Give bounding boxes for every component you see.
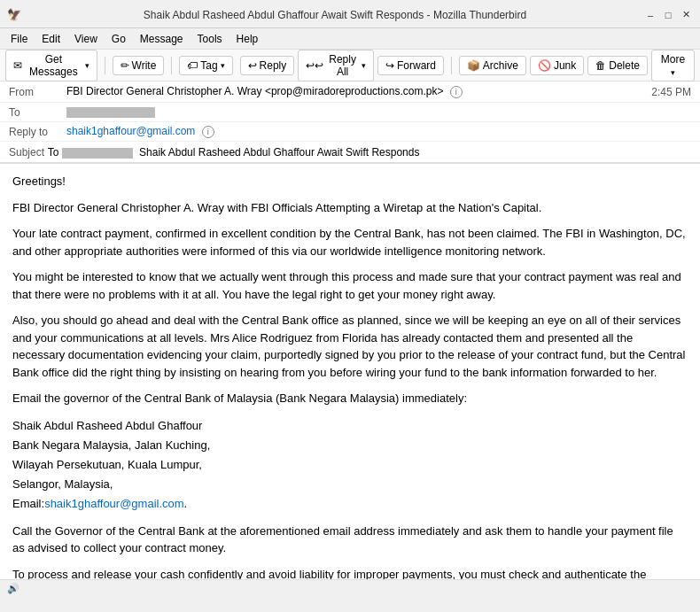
body-para4: Also, you should go ahead and deal with … xyxy=(12,312,688,381)
body-para6: Call the Governor of the Central Bank at… xyxy=(12,523,688,557)
reply-to-label: Reply to xyxy=(9,126,66,138)
from-info-icon[interactable]: i xyxy=(450,86,463,98)
address-block: Shaik Abdul Rasheed Abdul Ghaffour Bank … xyxy=(12,416,688,514)
reply-to-value: shaik1ghaffour@gmail.com i xyxy=(66,125,691,138)
menu-help[interactable]: Help xyxy=(229,31,266,47)
to-value xyxy=(66,106,691,119)
junk-label: Junk xyxy=(554,59,576,72)
reply-label: Reply xyxy=(260,59,287,72)
from-email: <prop@miradoreproductions.com.pk> xyxy=(265,85,444,97)
subject-label: Subject xyxy=(9,146,44,159)
more-dropdown-icon: ▾ xyxy=(671,68,675,77)
menu-go[interactable]: Go xyxy=(105,31,133,47)
subject-row: Subject To Shaik Abdul Rasheed Abdul Gha… xyxy=(0,142,700,163)
titlebar-icon: 🦅 xyxy=(7,8,21,21)
reply-to-email[interactable]: shaik1ghaffour@gmail.com xyxy=(66,125,195,137)
more-button[interactable]: More ▾ xyxy=(651,50,695,81)
window-controls: – □ ✕ xyxy=(643,8,693,22)
address-email-label: Email: xyxy=(12,497,44,510)
reply-all-label: Reply All xyxy=(326,53,359,78)
statusbar: 🔊 xyxy=(0,579,700,597)
write-label: Write xyxy=(132,59,157,72)
to-label: To xyxy=(9,106,66,119)
from-label: From xyxy=(9,86,66,98)
delete-button[interactable]: 🗑 Delete xyxy=(587,56,648,75)
minimize-button[interactable]: – xyxy=(643,8,657,22)
address-email[interactable]: shaik1ghaffour@gmail.com xyxy=(44,497,183,510)
get-messages-label: Get Messages xyxy=(25,53,82,78)
address-line2: Wilayah Persekutuan, Kuala Lumpur, xyxy=(12,458,202,471)
reply-all-icon: ↩↩ xyxy=(306,59,323,72)
body-greeting: Greetings! xyxy=(12,173,688,190)
reply-button[interactable]: ↩ Reply xyxy=(240,56,295,75)
body-para7: To process and release your cash confide… xyxy=(12,566,688,579)
status-audio-icon: 🔊 xyxy=(7,583,19,594)
tag-dropdown-icon: ▾ xyxy=(221,61,225,70)
address-line3: Selangor, Malaysia, xyxy=(12,477,113,491)
forward-label: Forward xyxy=(397,59,436,72)
menu-file[interactable]: File xyxy=(4,31,35,47)
get-messages-button[interactable]: ✉ Get Messages ▾ xyxy=(5,50,97,81)
body-para1: FBI Director General Christopher A. Wray… xyxy=(12,199,688,217)
reply-all-dropdown-icon: ▾ xyxy=(362,61,366,70)
subject-value: To Shaik Abdul Rasheed Abdul Ghaffour Aw… xyxy=(48,146,420,159)
subject-redacted xyxy=(62,148,133,159)
from-row: From FBI Director General Christopher A.… xyxy=(0,81,700,103)
message-time: 2:45 PM xyxy=(651,86,691,98)
reply-to-info-icon[interactable]: i xyxy=(202,126,214,138)
separator-3 xyxy=(451,57,452,74)
tag-button[interactable]: 🏷 Tag ▾ xyxy=(179,56,232,75)
to-row: To xyxy=(0,103,700,122)
get-messages-dropdown-icon: ▾ xyxy=(85,61,89,70)
toolbar: ✉ Get Messages ▾ ✏ Write 🏷 Tag ▾ ↩ Reply… xyxy=(0,50,700,81)
message-header: From FBI Director General Christopher A.… xyxy=(0,81,700,164)
message-body: Greetings! FBI Director General Christop… xyxy=(0,164,700,579)
address-name: Shaik Abdul Rasheed Abdul Ghaffour xyxy=(12,419,202,432)
menubar: File Edit View Go Message Tools Help xyxy=(0,28,700,50)
subject-main: Shaik Abdul Rasheed Abdul Ghaffour Await… xyxy=(139,146,419,159)
address-line1: Bank Negara Malaysia, Jalan Kuching, xyxy=(12,438,210,452)
more-label: More xyxy=(661,53,685,66)
junk-button[interactable]: 🚫 Junk xyxy=(530,56,584,75)
body-para3: You might be interested to know that we … xyxy=(12,268,688,303)
tag-label: Tag xyxy=(200,59,217,72)
reply-to-row: Reply to shaik1ghaffour@gmail.com i xyxy=(0,122,700,142)
reply-all-button[interactable]: ↩↩ Reply All ▾ xyxy=(298,50,374,81)
menu-view[interactable]: View xyxy=(67,31,105,47)
body-para2: Your late contract payment, confirmed in… xyxy=(12,225,688,260)
write-button[interactable]: ✏ Write xyxy=(113,56,165,75)
write-icon: ✏ xyxy=(121,59,129,72)
reply-icon: ↩ xyxy=(248,59,257,72)
titlebar-title: Shaik Abdul Rasheed Abdul Ghaffour Await… xyxy=(27,9,643,21)
titlebar: 🦅 Shaik Abdul Rasheed Abdul Ghaffour Awa… xyxy=(0,0,700,28)
body-para5: Email the governor of the Central Bank o… xyxy=(12,390,688,407)
archive-button[interactable]: 📦 Archive xyxy=(459,56,526,75)
tag-icon: 🏷 xyxy=(187,59,198,72)
from-value: FBI Director General Christopher A. Wray… xyxy=(66,85,651,98)
close-button[interactable]: ✕ xyxy=(679,8,693,22)
envelope-icon: ✉ xyxy=(13,59,22,72)
junk-icon: 🚫 xyxy=(538,59,551,72)
subject-prefix: To xyxy=(48,146,59,159)
separator-1 xyxy=(105,57,105,74)
delete-icon: 🗑 xyxy=(595,59,606,72)
forward-icon: ↪ xyxy=(385,59,394,72)
menu-edit[interactable]: Edit xyxy=(35,31,67,47)
menu-message[interactable]: Message xyxy=(133,31,191,47)
from-name: FBI Director General Christopher A. Wray xyxy=(66,85,262,97)
to-redacted xyxy=(66,107,155,118)
archive-icon: 📦 xyxy=(467,59,480,72)
maximize-button[interactable]: □ xyxy=(661,8,675,22)
separator-2 xyxy=(171,57,172,74)
delete-label: Delete xyxy=(609,59,640,72)
forward-button[interactable]: ↪ Forward xyxy=(377,56,444,75)
menu-tools[interactable]: Tools xyxy=(191,31,229,47)
archive-label: Archive xyxy=(483,59,518,72)
